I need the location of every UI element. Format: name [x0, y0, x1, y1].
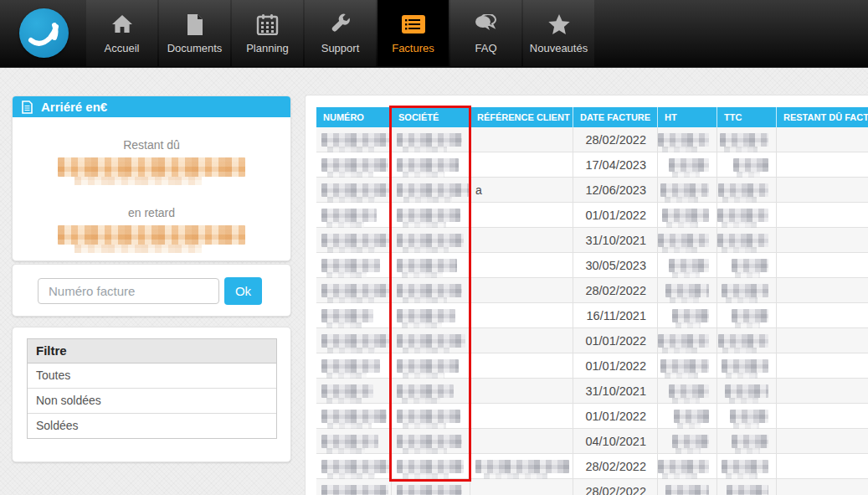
column-header[interactable]: DATE FACTURE	[573, 107, 658, 127]
table-row[interactable]: 28/02/2022	[316, 127, 868, 152]
redacted-value	[662, 209, 709, 222]
cell-date-facture: 28/02/2022	[573, 479, 658, 495]
cell-ttc	[717, 429, 777, 454]
nav-item-nouveautes[interactable]: Nouveautés	[523, 0, 594, 66]
nav-item-accueil[interactable]: Accueil	[86, 0, 157, 66]
redacted-value	[397, 485, 462, 495]
cell-reference-client	[470, 429, 573, 454]
cell-reference-client	[470, 404, 573, 429]
redacted-value	[658, 460, 709, 473]
calendar-icon	[256, 12, 279, 37]
cell-ttc	[717, 404, 777, 429]
filter-option-nonsoldees[interactable]: Non soldées	[28, 389, 276, 414]
redacted-value	[718, 334, 768, 348]
table-row[interactable]: 31/10/2021	[316, 379, 868, 404]
table-row[interactable]: 28/02/2022	[316, 479, 868, 495]
cell-ttc	[717, 228, 777, 253]
cell-reference-client	[470, 379, 573, 404]
redacted-value	[669, 384, 709, 398]
cell-restant-du	[777, 353, 868, 379]
cell-date-facture: 01/01/2022	[573, 328, 658, 353]
cell-restant-du	[777, 152, 868, 178]
cell-societe	[392, 404, 470, 429]
cell-date-facture: 31/10/2021	[573, 228, 658, 253]
redacted-value	[397, 435, 462, 448]
table-row[interactable]: 04/10/2021	[316, 429, 868, 454]
table-row[interactable]: 28/02/2022	[316, 278, 868, 303]
cell-numero	[316, 303, 392, 328]
nav-item-documents[interactable]: Documents	[159, 0, 230, 66]
redacted-value	[397, 460, 464, 473]
redacted-value	[321, 485, 388, 495]
invoices-table: NUMÉROSOCIÉTÉRÉFÉRENCE CLIENTDATE FACTUR…	[316, 107, 868, 495]
en-retard-label: en retard	[13, 206, 290, 219]
chat-icon	[474, 12, 499, 37]
invoice-icon	[401, 12, 426, 37]
redacted-value	[722, 284, 768, 297]
redacted-value	[397, 309, 455, 322]
cell-ht	[658, 404, 717, 429]
cell-date-facture: 16/11/2021	[573, 303, 658, 328]
redacted-value	[658, 234, 709, 247]
redacted-value	[397, 183, 469, 197]
redacted-value	[669, 259, 709, 272]
filter-option-toutes[interactable]: Toutes	[28, 364, 276, 389]
column-header[interactable]: NUMÉRO	[316, 107, 392, 127]
redacted-value	[321, 435, 378, 448]
cell-date-facture: 28/02/2022	[573, 127, 658, 152]
cell-date-facture: 31/10/2021	[573, 379, 658, 404]
table-row[interactable]: 01/01/2022	[316, 404, 868, 429]
cell-numero	[316, 379, 392, 404]
redacted-value	[397, 359, 459, 373]
table-row[interactable]: 17/04/2023	[316, 152, 868, 178]
cell-ht	[658, 228, 717, 253]
table-row[interactable]: 30/05/2023	[316, 253, 868, 278]
search-ok-button[interactable]: Ok	[224, 277, 262, 305]
cell-restant-du	[777, 379, 868, 404]
cell-restant-du	[777, 178, 868, 203]
table-row[interactable]: 31/10/2021	[316, 228, 868, 253]
nav-item-faq[interactable]: FAQ	[450, 0, 521, 66]
document-icon	[186, 12, 204, 37]
table-row[interactable]: 01/01/2022	[316, 328, 868, 353]
app-logo[interactable]	[19, 8, 69, 58]
table-row[interactable]: 01/01/2022	[316, 203, 868, 228]
cell-ttc	[717, 127, 777, 152]
redacted-value	[475, 460, 569, 473]
cell-ttc	[717, 253, 777, 278]
filter-option-soldees[interactable]: Soldées	[28, 414, 276, 438]
nav-item-factures[interactable]: Factures	[378, 0, 449, 66]
invoice-number-input[interactable]	[38, 278, 219, 304]
cell-reference-client	[470, 203, 573, 228]
cell-numero	[316, 127, 392, 152]
column-header[interactable]: RESTANT DÛ FACTURE	[777, 107, 868, 127]
column-header[interactable]: RÉFÉRENCE CLIENT	[470, 107, 573, 127]
cell-societe	[392, 429, 470, 454]
redacted-value	[321, 209, 377, 222]
column-header[interactable]: TTC	[717, 107, 777, 127]
cell-ht	[658, 454, 717, 479]
table-row[interactable]: 01/01/2022	[316, 353, 868, 379]
star-icon	[547, 12, 571, 37]
wrench-icon	[330, 12, 352, 37]
cell-restant-du	[777, 253, 868, 278]
arrears-title: Arriéré en€	[41, 100, 107, 114]
table-row[interactable]: a12/06/2023	[316, 178, 868, 203]
cell-societe	[392, 303, 470, 328]
redacted-value	[722, 460, 768, 473]
table-row[interactable]: 28/02/2022	[316, 454, 868, 479]
cell-ht	[658, 479, 717, 495]
cell-numero	[316, 404, 392, 429]
redacted-value	[321, 234, 391, 247]
nav-item-support[interactable]: Support	[305, 0, 376, 66]
table-row[interactable]: 16/11/2021	[316, 303, 868, 328]
redacted-value	[727, 485, 768, 495]
column-header[interactable]: HT	[658, 107, 717, 127]
redacted-value	[717, 234, 768, 247]
redacted-value	[321, 309, 373, 322]
cell-societe	[392, 203, 470, 228]
nav-item-planning[interactable]: Planning	[232, 0, 303, 66]
top-navigation: AccueilDocumentsPlanningSupportFacturesF…	[0, 0, 868, 68]
column-header[interactable]: SOCIÉTÉ	[392, 107, 470, 127]
cell-date-facture: 01/01/2022	[573, 404, 658, 429]
